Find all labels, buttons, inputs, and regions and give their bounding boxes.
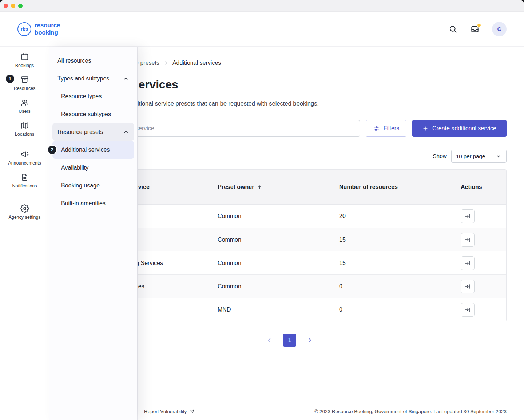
cell-number-of-resources: 0 (339, 283, 461, 290)
page-1-button[interactable]: 1 (283, 334, 296, 347)
header-actions: C (448, 22, 507, 36)
filters-label: Filters (384, 125, 400, 132)
app-body: Bookings 1 Resources Users Locations Ann… (0, 47, 524, 420)
cell-preset-owner: Common (218, 237, 339, 243)
flyout-item-label: Booking usage (61, 182, 100, 189)
cell-preset-owner: MND (218, 306, 339, 313)
cell-number-of-resources: 0 (339, 306, 461, 313)
flyout-item-label: Availability (61, 165, 88, 171)
app-header: rbs resource booking C (0, 12, 524, 47)
flyout-item-resource-presets[interactable]: Resource presets (52, 123, 134, 141)
column-header-preset-owner[interactable]: Preset owner (218, 184, 339, 190)
flyout-item-all-resources[interactable]: All resources (52, 52, 134, 70)
flyout-item-label: Resource subtypes (61, 111, 111, 118)
per-page-select[interactable]: 10 per page (451, 150, 507, 163)
sidebar-item-users[interactable]: Users (0, 95, 49, 118)
page-title: Additional services (73, 77, 507, 92)
close-window-button[interactable] (4, 4, 8, 8)
archive-box-icon (20, 75, 29, 84)
user-avatar[interactable]: C (492, 22, 507, 36)
sidebar-item-label: Bookings (15, 63, 34, 68)
create-button-label: Create additional service (432, 125, 496, 132)
table-row: Common 15 (73, 228, 506, 251)
flyout-item-resource-subtypes[interactable]: Resource subtypes (52, 105, 134, 123)
flyout-item-resource-types[interactable]: Resource types (52, 87, 134, 105)
row-open-action-button[interactable] (461, 256, 475, 270)
users-icon (20, 98, 29, 107)
filter-sliders-icon (373, 125, 380, 132)
flyout-item-label: Built-in amenities (61, 200, 106, 207)
megaphone-icon (20, 150, 29, 159)
toolbar: Filters Create additional service (73, 120, 507, 137)
sidebar-item-label: Users (19, 109, 31, 114)
sidebar-item-announcements[interactable]: Announcements (0, 146, 49, 169)
app-window: rbs resource booking C Bookings 1 (0, 0, 524, 420)
page-footer: Report Vulnerability © 2023 Resource Boo… (73, 409, 507, 420)
chevron-right-icon (163, 60, 169, 66)
cell-preset-owner: Common (218, 283, 339, 290)
flyout-item-label: Resource types (61, 93, 102, 100)
report-vulnerability-label: Report Vulnerability (144, 409, 187, 414)
document-icon (20, 173, 29, 182)
flyout-item-availability[interactable]: Availability (52, 159, 134, 177)
external-link-icon (189, 409, 194, 414)
row-open-action-button[interactable] (461, 280, 475, 293)
previous-page-button[interactable] (266, 337, 273, 344)
logo-line-1: resource (35, 22, 60, 29)
table-row: Security Services Common 0 (73, 274, 506, 298)
chevron-up-icon (123, 75, 129, 82)
sidebar-item-label: Notifications (12, 183, 37, 189)
inbox-icon[interactable] (470, 24, 480, 34)
sidebar-item-bookings[interactable]: Bookings (0, 49, 49, 72)
sidebar-item-label: Locations (15, 132, 35, 137)
sidebar-item-label: Resources (14, 86, 36, 91)
cell-preset-owner: Common (218, 213, 339, 219)
flyout-item-additional-services[interactable]: 2 Additional services (52, 141, 134, 159)
create-additional-service-button[interactable]: Create additional service (412, 120, 507, 137)
next-page-button[interactable] (306, 337, 314, 344)
copyright-text: © 2023 Resource Booking, Government of S… (314, 409, 507, 414)
search-icon[interactable] (448, 24, 458, 34)
row-open-action-button[interactable] (461, 209, 475, 223)
flyout-item-booking-usage[interactable]: Booking usage (52, 177, 134, 194)
app-logo[interactable]: rbs resource booking (17, 22, 60, 36)
table-body: Common 20 Common 15 Office Cleaning Serv… (73, 205, 506, 321)
notification-dot (477, 23, 481, 28)
table-header-row: Additional service Preset owner Number o… (73, 170, 506, 205)
flyout-item-types-and-subtypes[interactable]: Types and subtypes (52, 70, 134, 87)
row-open-action-button[interactable] (461, 233, 475, 247)
map-icon (20, 121, 29, 130)
per-page-value: 10 per page (456, 153, 485, 159)
show-label: Show (433, 153, 447, 159)
breadcrumb-current: Additional services (172, 60, 221, 66)
additional-services-table: Additional service Preset owner Number o… (73, 169, 507, 321)
zoom-window-button[interactable] (18, 4, 23, 8)
calendar-icon (20, 52, 29, 61)
sidebar-divider (7, 197, 43, 197)
column-header-label: Preset owner (218, 184, 254, 190)
minimize-window-button[interactable] (11, 4, 15, 8)
column-header-number-of-resources: Number of resources (339, 184, 461, 190)
sidebar-item-notifications[interactable]: Notifications (0, 169, 49, 192)
flyout-item-built-in-amenities[interactable]: Built-in amenities (52, 194, 134, 212)
flyout-item-label: Additional services (61, 147, 110, 153)
sidebar-item-agency-settings[interactable]: Agency settings (0, 201, 49, 223)
flyout-item-label: Types and subtypes (57, 75, 109, 82)
cell-number-of-resources: 20 (339, 213, 461, 219)
sidebar-item-resources[interactable]: 1 Resources (0, 72, 49, 95)
chevron-down-icon (495, 153, 502, 159)
cell-preset-owner: Common (218, 260, 339, 266)
logo-line-2: booking (35, 29, 60, 36)
primary-sidebar: Bookings 1 Resources Users Locations Ann… (0, 47, 49, 420)
table-row: Office Cleaning Services Common 15 (73, 251, 506, 274)
sidebar-item-locations[interactable]: Locations (0, 118, 49, 140)
step-1-badge: 1 (6, 75, 14, 83)
flyout-item-label: All resources (57, 58, 91, 64)
filters-button[interactable]: Filters (366, 120, 406, 137)
table-row: MND 0 (73, 298, 506, 321)
list-controls: Show 10 per page (73, 150, 507, 163)
row-open-action-button[interactable] (461, 303, 475, 317)
flyout-item-label: Resource presets (57, 129, 103, 135)
report-vulnerability-link[interactable]: Report Vulnerability (144, 409, 194, 414)
cell-number-of-resources: 15 (339, 237, 461, 243)
